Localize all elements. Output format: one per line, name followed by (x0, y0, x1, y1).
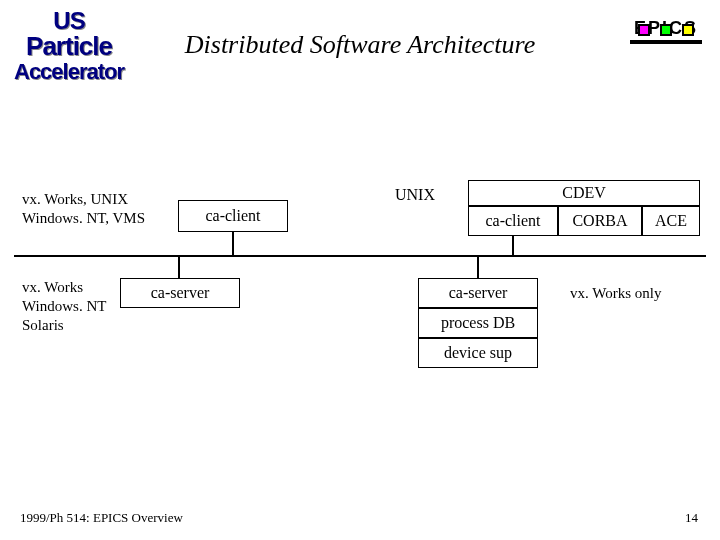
box-corba: CORBA (558, 206, 642, 236)
box-cdev: CDEV (468, 180, 700, 206)
unix-label: UNIX (395, 186, 435, 204)
client-platforms: vx. Works, UNIX Windows. NT, VMS (22, 190, 145, 228)
slide-title: Distributed Software Architecture (185, 30, 535, 60)
box-device-sup: device sup (418, 338, 538, 368)
connector (512, 236, 514, 255)
connector (477, 255, 479, 278)
epics-square-magenta (638, 24, 650, 36)
connector (178, 255, 180, 278)
epics-logo (630, 40, 702, 44)
box-ca-server-right: ca-server (418, 278, 538, 308)
box-process-db: process DB (418, 308, 538, 338)
vxworks-only-label: vx. Works only (570, 285, 661, 302)
org-line3: Accelerator (14, 60, 124, 83)
page-number: 14 (685, 510, 698, 526)
bus-line (14, 255, 706, 257)
connector (232, 232, 234, 255)
footer-left: 1999/Ph 514: EPICS Overview (20, 510, 183, 526)
box-ace: ACE (642, 206, 700, 236)
epics-square-yellow (682, 24, 694, 36)
box-ca-client-left: ca-client (178, 200, 288, 232)
server-platforms: vx. Works Windows. NT Solaris (22, 278, 106, 334)
box-ca-client-right: ca-client (468, 206, 558, 236)
org-line2: Particle (14, 33, 124, 60)
box-ca-server-left: ca-server (120, 278, 240, 308)
org-line1: US (14, 8, 124, 33)
org-logo: US Particle Accelerator (14, 8, 124, 84)
epics-square-green (660, 24, 672, 36)
